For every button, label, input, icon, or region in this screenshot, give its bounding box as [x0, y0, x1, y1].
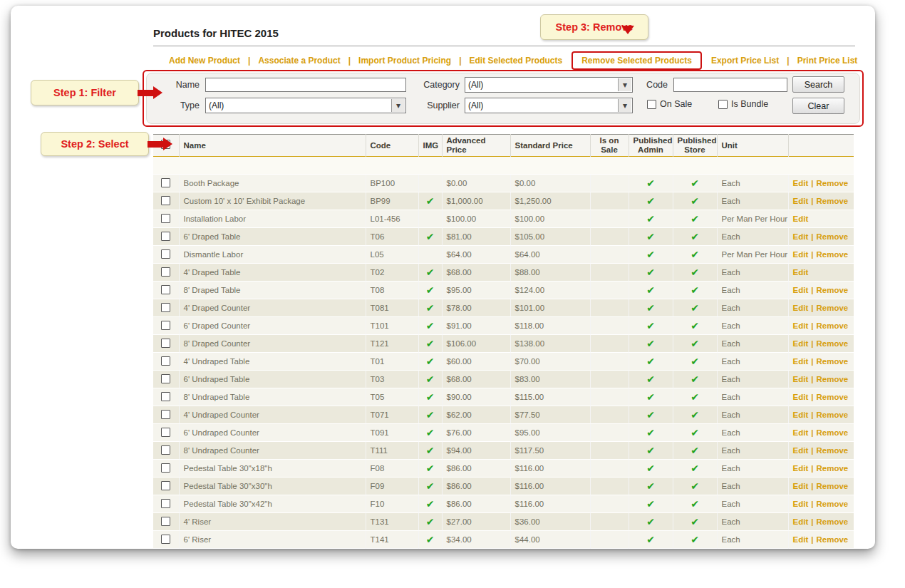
name-input[interactable]	[205, 78, 406, 92]
published-store-cell: ✔	[673, 513, 717, 531]
toolbar-link-edit-selected-products[interactable]: Edit Selected Products	[469, 56, 562, 66]
check-icon: ✔	[426, 356, 435, 367]
row-checkbox[interactable]	[161, 392, 170, 401]
unit-cell: Each	[717, 335, 788, 353]
edit-link[interactable]: Edit	[793, 179, 809, 187]
edit-link[interactable]: Edit	[793, 339, 809, 348]
edit-link[interactable]: Edit	[793, 500, 809, 508]
edit-link[interactable]: Edit	[793, 375, 809, 383]
edit-link[interactable]: Edit	[793, 393, 809, 401]
row-select-cell	[153, 513, 179, 531]
edit-link[interactable]: Edit	[793, 535, 809, 544]
type-select-control[interactable]: (All)	[206, 98, 405, 113]
row-checkbox[interactable]	[161, 445, 170, 455]
row-checkbox[interactable]	[161, 214, 170, 223]
product-name-cell: 4' Undraped Counter	[179, 406, 366, 424]
edit-link[interactable]: Edit	[793, 304, 809, 312]
standard-price-cell: $0.00	[510, 175, 590, 192]
type-select[interactable]: (All)	[205, 98, 406, 113]
remove-link[interactable]: Remove	[816, 482, 848, 490]
action-separator: |	[808, 339, 816, 348]
row-checkbox[interactable]	[161, 517, 170, 526]
edit-link[interactable]: Edit	[793, 232, 809, 241]
toolbar-link-print-price-list[interactable]: Print Price List	[797, 56, 858, 66]
search-button[interactable]: Search	[792, 76, 844, 93]
row-checkbox[interactable]	[161, 285, 170, 294]
remove-link[interactable]: Remove	[816, 232, 848, 241]
remove-link[interactable]: Remove	[816, 197, 848, 205]
check-icon: ✔	[646, 391, 655, 403]
edit-link[interactable]: Edit	[793, 428, 809, 437]
edit-link[interactable]: Edit	[793, 250, 809, 259]
edit-link[interactable]: Edit	[793, 286, 809, 294]
check-icon: ✔	[426, 516, 435, 527]
edit-link[interactable]: Edit	[793, 197, 809, 205]
edit-link[interactable]: Edit	[793, 357, 809, 366]
supplier-select[interactable]: (All)	[465, 98, 633, 113]
remove-link[interactable]: Remove	[816, 517, 848, 526]
remove-link[interactable]: Remove	[816, 304, 848, 312]
row-checkbox[interactable]	[161, 232, 170, 241]
published-admin-cell: ✔	[629, 210, 673, 228]
toolbar-link-associate-a-product[interactable]: Associate a Product	[258, 56, 340, 66]
published-store-cell: ✔	[673, 371, 717, 388]
toolbar-link-remove-selected-products[interactable]: Remove Selected Products	[572, 51, 702, 70]
remove-link[interactable]: Remove	[816, 500, 848, 508]
edit-link[interactable]: Edit	[793, 482, 809, 490]
edit-link[interactable]: Edit	[793, 411, 809, 419]
remove-link[interactable]: Remove	[816, 428, 848, 437]
remove-link[interactable]: Remove	[816, 179, 848, 187]
row-checkbox[interactable]	[161, 481, 170, 490]
toolbar-link-export-price-list[interactable]: Export Price List	[711, 56, 779, 66]
row-checkbox[interactable]	[161, 303, 170, 312]
row-checkbox[interactable]	[161, 374, 170, 383]
table-row: 4' Draped CounterT081✔$78.00$101.00✔✔Eac…	[153, 299, 854, 317]
is-bundle-checkbox[interactable]	[718, 100, 728, 109]
edit-link[interactable]: Edit	[793, 446, 809, 455]
action-separator: |	[808, 393, 816, 401]
row-checkbox[interactable]	[161, 535, 170, 544]
edit-link[interactable]: Edit	[793, 464, 809, 473]
remove-link[interactable]: Remove	[816, 535, 848, 544]
row-checkbox[interactable]	[161, 196, 170, 205]
edit-link[interactable]: Edit	[793, 321, 809, 330]
row-checkbox[interactable]	[161, 267, 170, 277]
remove-link[interactable]: Remove	[816, 446, 848, 455]
row-checkbox[interactable]	[161, 428, 170, 437]
img-cell: ✔	[418, 513, 442, 531]
remove-link[interactable]: Remove	[816, 339, 848, 348]
row-checkbox[interactable]	[161, 339, 170, 348]
row-checkbox[interactable]	[161, 499, 170, 508]
clear-button[interactable]: Clear	[792, 98, 844, 114]
remove-link[interactable]: Remove	[816, 250, 848, 259]
row-checkbox[interactable]	[161, 321, 170, 330]
code-input[interactable]	[673, 78, 787, 92]
row-checkbox[interactable]	[161, 178, 170, 187]
toolbar-link-add-new-product[interactable]: Add New Product	[169, 56, 240, 66]
edit-link[interactable]: Edit	[793, 517, 809, 526]
remove-link[interactable]: Remove	[816, 357, 848, 366]
header-is-on-sale: Is on Sale	[590, 135, 629, 157]
row-checkbox[interactable]	[161, 410, 170, 419]
toolbar-link-import-product-pricing[interactable]: Import Product Pricing	[358, 56, 451, 66]
table-row: 6' Undraped TableT03✔$68.00$83.00✔✔EachE…	[153, 371, 854, 388]
row-checkbox[interactable]	[161, 463, 170, 473]
remove-link[interactable]: Remove	[816, 286, 848, 294]
edit-link[interactable]: Edit	[793, 268, 809, 277]
row-select-cell	[153, 264, 179, 282]
remove-link[interactable]: Remove	[816, 393, 848, 401]
on-sale-checkbox[interactable]	[647, 100, 656, 109]
row-select-cell	[153, 371, 179, 388]
remove-link[interactable]: Remove	[816, 464, 848, 473]
remove-link[interactable]: Remove	[816, 321, 848, 330]
edit-link[interactable]: Edit	[793, 215, 809, 223]
row-checkbox[interactable]	[161, 356, 170, 366]
row-checkbox[interactable]	[161, 249, 170, 259]
img-cell: ✔	[418, 442, 442, 460]
remove-link[interactable]: Remove	[816, 375, 848, 383]
category-select[interactable]: (All)	[465, 77, 633, 93]
remove-link[interactable]: Remove	[816, 411, 848, 419]
category-select-control[interactable]: (All)	[465, 78, 632, 92]
page-card: Products for HITEC 2015 Add New Product …	[11, 6, 875, 549]
supplier-select-control[interactable]: (All)	[465, 98, 632, 113]
